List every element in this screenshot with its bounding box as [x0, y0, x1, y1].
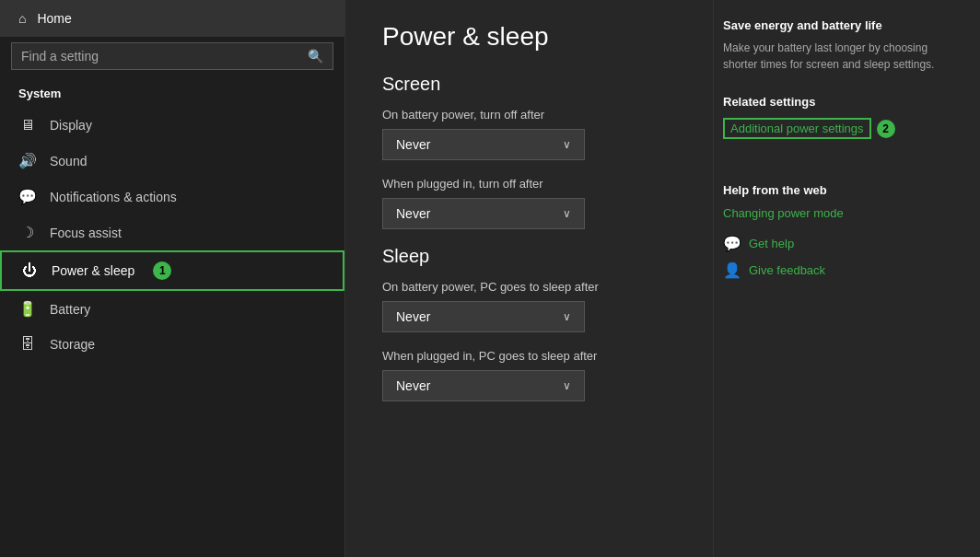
sidebar-item-focus-assist-label: Focus assist [50, 226, 122, 240]
screen-field1-label: On battery power, turn off after [382, 108, 676, 122]
get-help-item[interactable]: 💬 Get help [723, 235, 962, 252]
chevron-down-icon-3: ∨ [563, 310, 571, 323]
focus-assist-icon: ☽ [18, 224, 37, 241]
sidebar-item-notifications-label: Notifications & actions [50, 190, 177, 204]
screen-dropdown-plugged[interactable]: Never ∨ [382, 198, 585, 229]
sidebar-item-battery-label: Battery [50, 302, 90, 317]
screen-dropdown-battery[interactable]: Never ∨ [382, 129, 585, 160]
give-feedback-item[interactable]: 👤 Give feedback [723, 261, 962, 279]
screen-dropdown-plugged-value: Never [396, 206, 430, 221]
sleep-dropdown-plugged[interactable]: Never ∨ [382, 370, 585, 401]
home-label: Home [37, 11, 71, 26]
sidebar-item-storage[interactable]: 🗄 Storage [0, 327, 344, 362]
sidebar-item-sound-label: Sound [50, 154, 87, 168]
sidebar-item-power-sleep-label: Power & sleep [52, 263, 134, 278]
sleep-field2-label: When plugged in, PC goes to sleep after [382, 349, 676, 363]
give-feedback-icon: 👤 [723, 261, 741, 279]
chevron-down-icon: ∨ [563, 138, 571, 151]
link-badge: 2 [877, 120, 895, 138]
sidebar-item-display-label: Display [50, 118, 92, 133]
chevron-down-icon-4: ∨ [563, 379, 571, 392]
sidebar: ⌂ Home 🔍 System 🖥 Display 🔊 Sound 💬 Noti… [0, 0, 345, 557]
screen-dropdown-battery-value: Never [396, 137, 430, 152]
home-icon: ⌂ [18, 11, 26, 26]
search-box[interactable]: 🔍 [11, 42, 333, 70]
sleep-dropdown-battery[interactable]: Never ∨ [382, 301, 585, 332]
chevron-down-icon-2: ∨ [563, 207, 571, 220]
sleep-dropdown-plugged-value: Never [396, 378, 430, 393]
additional-power-settings-link[interactable]: Additional power settings [723, 118, 871, 139]
give-feedback-label: Give feedback [749, 263, 825, 277]
sleep-dropdown-battery-value: Never [396, 309, 430, 324]
system-label: System [0, 81, 344, 108]
sidebar-item-battery[interactable]: 🔋 Battery [0, 291, 344, 327]
sidebar-item-notifications[interactable]: 💬 Notifications & actions [0, 179, 344, 215]
right-panel: Save energy and battery life Make your b… [713, 0, 980, 557]
active-badge: 1 [153, 261, 171, 280]
sleep-section-title: Sleep [382, 246, 676, 267]
sidebar-item-power-sleep[interactable]: ⏻ Power & sleep 1 [0, 250, 344, 291]
search-input[interactable] [21, 49, 300, 64]
sidebar-home-button[interactable]: ⌂ Home [0, 0, 344, 37]
sidebar-item-storage-label: Storage [50, 337, 95, 352]
display-icon: 🖥 [18, 117, 37, 133]
screen-field2-label: When plugged in, turn off after [382, 177, 676, 191]
get-help-label: Get help [749, 237, 794, 250]
sidebar-item-focus-assist[interactable]: ☽ Focus assist [0, 215, 344, 250]
battery-icon: 🔋 [18, 300, 37, 318]
storage-icon: 🗄 [18, 336, 37, 353]
sidebar-item-sound[interactable]: 🔊 Sound [0, 143, 344, 179]
notifications-icon: 💬 [18, 188, 37, 205]
save-energy-title: Save energy and battery life [723, 18, 962, 32]
sleep-field1-label: On battery power, PC goes to sleep after [382, 280, 676, 294]
related-settings-title: Related settings [723, 95, 962, 109]
sidebar-item-display[interactable]: 🖥 Display [0, 108, 344, 143]
screen-section-title: Screen [382, 74, 676, 95]
sound-icon: 🔊 [18, 152, 37, 169]
power-icon: ⏻ [20, 262, 39, 279]
search-icon[interactable]: 🔍 [308, 49, 323, 64]
get-help-icon: 💬 [723, 235, 741, 252]
save-energy-desc: Make your battery last longer by choosin… [723, 40, 962, 73]
help-from-web-title: Help from the web [723, 183, 962, 197]
page-title: Power & sleep [382, 22, 676, 52]
changing-power-mode-link[interactable]: Changing power mode [723, 206, 962, 220]
main-content: Power & sleep Screen On battery power, t… [345, 0, 713, 557]
